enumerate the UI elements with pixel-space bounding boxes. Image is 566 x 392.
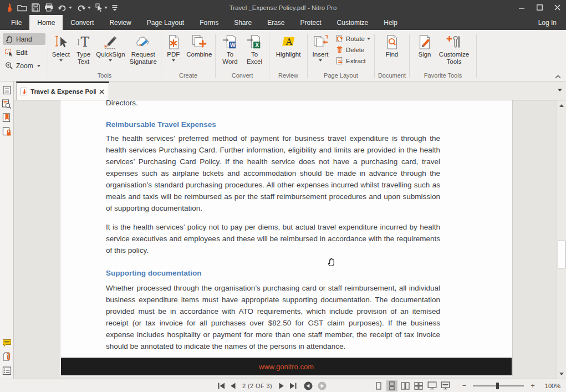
view-grid-button[interactable] <box>413 380 424 391</box>
delete-button[interactable]: Delete <box>335 45 364 54</box>
document-viewport[interactable]: Directors. Reimbursable Travel Expenses … <box>14 100 557 379</box>
previous-page-button[interactable] <box>230 383 236 389</box>
scroll-up-button[interactable] <box>557 101 566 110</box>
zoom-icon <box>5 62 13 70</box>
select-dropdown-icon[interactable] <box>59 59 63 62</box>
tab-forms[interactable]: Forms <box>192 15 226 30</box>
tab-protect[interactable]: Protect <box>293 15 329 30</box>
undo-button[interactable] <box>55 1 74 14</box>
zoom-dropdown-icon[interactable] <box>37 65 40 67</box>
edit-tool-label: Edit <box>16 49 28 57</box>
insert-dropdown-icon[interactable] <box>319 59 322 62</box>
last-page-button[interactable] <box>289 383 297 389</box>
view-continuous-button[interactable] <box>386 380 397 391</box>
zoom-out-button[interactable]: − <box>459 381 470 390</box>
sign-button[interactable]: Sign <box>414 31 436 58</box>
find-button[interactable]: Find <box>379 31 405 58</box>
page-indicator[interactable]: 2 (2 OF 3) <box>242 383 272 389</box>
login-button[interactable]: Log In <box>529 15 566 30</box>
tab-customize[interactable]: Customize <box>329 15 376 30</box>
customize-quick-access-button[interactable] <box>110 1 120 14</box>
window-controls <box>513 0 566 15</box>
next-view-button[interactable] <box>318 381 327 390</box>
bookmarks-panel-icon[interactable] <box>2 113 12 123</box>
zoom-controls: − + 100% <box>459 379 563 392</box>
request-signature-button[interactable]: Request Signature <box>126 31 160 65</box>
menubar: File Home Convert Review Page Layout For… <box>0 15 566 30</box>
type-text-button[interactable]: T Type Text <box>73 31 95 65</box>
vertical-scrollbar[interactable] <box>557 100 566 379</box>
quicksign-button[interactable]: QuickSign <box>94 31 126 62</box>
window-title: Travel _Expense Policy.pdf - Nitro Pro <box>230 4 337 11</box>
tab-home[interactable]: Home <box>29 15 63 30</box>
tab-help[interactable]: Help <box>376 15 405 30</box>
redo-button[interactable] <box>74 1 93 14</box>
tab-close-icon[interactable] <box>99 89 104 94</box>
pdf-dropdown-icon[interactable] <box>172 59 175 62</box>
to-word-button[interactable]: W To Word <box>218 31 242 65</box>
redo-dropdown-icon[interactable] <box>88 7 91 9</box>
zoom-in-button[interactable]: + <box>527 381 538 390</box>
select-tool-button[interactable] <box>93 1 110 14</box>
output-panel-icon[interactable] <box>2 365 12 376</box>
tab-page-layout[interactable]: Page Layout <box>139 15 192 30</box>
hand-tool-button[interactable]: Hand <box>3 33 45 45</box>
tab-review[interactable]: Review <box>101 15 139 30</box>
tab-share[interactable]: Share <box>226 15 259 30</box>
extract-icon <box>335 57 344 65</box>
customize-tools-button[interactable]: Customize Tools <box>436 31 472 65</box>
print-button[interactable] <box>42 1 55 14</box>
view-facing-button[interactable] <box>400 380 411 391</box>
scrollbar-thumb[interactable] <box>558 241 565 268</box>
first-page-button[interactable] <box>218 383 225 389</box>
rotate-button[interactable]: Rotate <box>335 34 370 43</box>
zoom-tool-label: Zoom <box>16 62 33 70</box>
hand-tool-label: Hand <box>16 35 32 43</box>
tab-erase[interactable]: Erase <box>259 15 292 30</box>
undo-dropdown-icon[interactable] <box>69 7 72 9</box>
zoom-slider-handle[interactable] <box>496 383 499 389</box>
save-button[interactable] <box>29 1 42 14</box>
pdf-button[interactable]: PDF <box>162 31 185 62</box>
previous-view-button[interactable] <box>304 381 313 390</box>
rotate-icon <box>335 34 344 43</box>
view-single-page-button[interactable] <box>373 380 384 391</box>
fit-width-button[interactable] <box>440 380 451 391</box>
doc-paragraph: It is the health services’ policy not to… <box>106 221 440 256</box>
minimize-button[interactable] <box>513 0 531 15</box>
tab-file[interactable]: File <box>3 15 29 30</box>
zoom-tool-button[interactable]: Zoom <box>3 60 45 72</box>
combine-button[interactable]: Combine <box>185 31 214 58</box>
pages-panel-icon[interactable] <box>2 85 12 95</box>
to-excel-button[interactable]: X To Excel <box>242 31 267 65</box>
close-button[interactable] <box>548 0 566 15</box>
highlight-button[interactable]: A Highlight <box>272 31 304 58</box>
document-tab[interactable]: Travel & Expense Policy <box>16 82 109 100</box>
next-page-button[interactable] <box>279 383 284 389</box>
zoom-percent[interactable]: 100% <box>545 383 560 389</box>
maximize-button[interactable] <box>531 0 548 15</box>
zoom-slider[interactable] <box>473 382 524 390</box>
search-panel-icon[interactable] <box>2 99 12 109</box>
insert-button[interactable]: Insert <box>309 31 332 62</box>
comments-panel-icon[interactable] <box>2 338 12 348</box>
fit-page-button[interactable] <box>426 380 437 391</box>
security-panel-icon[interactable] <box>2 126 12 137</box>
ribbon-group-page-layout: Insert Rotate Delete Extract Page <box>308 30 374 81</box>
tab-list-dropdown-icon[interactable] <box>558 89 562 91</box>
doc-heading-reimbursable: Reimbursable Travel Expenses <box>106 120 440 129</box>
open-button[interactable] <box>15 1 29 14</box>
group-label-page-layout: Page Layout <box>309 72 373 81</box>
attachments-panel-icon[interactable] <box>2 352 12 362</box>
scroll-down-button[interactable] <box>557 369 566 378</box>
tab-convert[interactable]: Convert <box>63 15 101 30</box>
request-signature-icon <box>134 33 152 51</box>
quicksign-dropdown-icon[interactable] <box>109 59 112 62</box>
extract-button[interactable]: Extract <box>335 57 366 65</box>
rotate-dropdown-icon[interactable] <box>367 38 370 40</box>
ribbon-collapse-button[interactable] <box>555 75 561 79</box>
mode-tools-panel: Hand Edit Zoom <box>0 30 48 81</box>
select-button[interactable]: Select <box>49 31 73 62</box>
select-tool-dropdown-icon[interactable] <box>104 7 108 9</box>
edit-tool-button[interactable]: Edit <box>3 47 45 58</box>
